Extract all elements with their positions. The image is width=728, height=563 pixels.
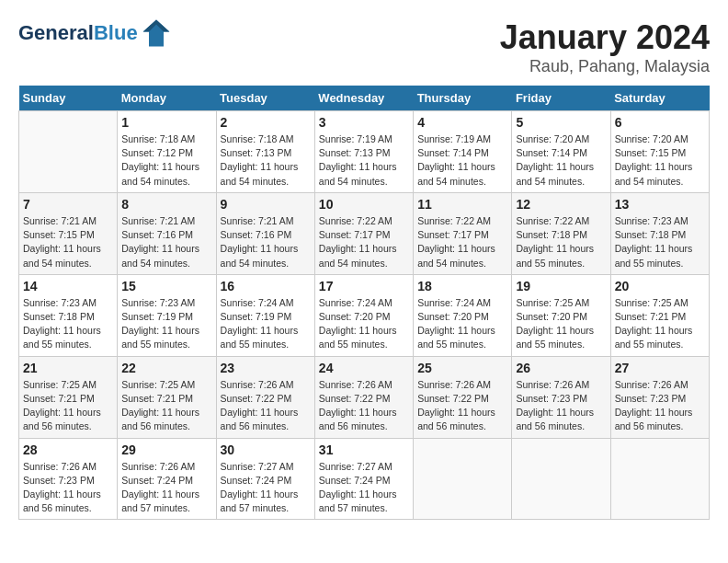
day-info: Sunrise: 7:27 AMSunset: 7:24 PMDaylight:… [221, 460, 311, 516]
day-cell: 14Sunrise: 7:23 AMSunset: 7:18 PMDayligh… [19, 274, 118, 356]
day-cell: 9Sunrise: 7:21 AMSunset: 7:16 PMDaylight… [216, 192, 314, 274]
day-cell: 13Sunrise: 7:23 AMSunset: 7:18 PMDayligh… [610, 192, 709, 274]
day-info: Sunrise: 7:25 AMSunset: 7:21 PMDaylight:… [23, 378, 113, 434]
day-number: 29 [121, 442, 211, 457]
logo-text: GeneralBlue [18, 22, 138, 44]
day-cell: 11Sunrise: 7:22 AMSunset: 7:17 PMDayligh… [414, 192, 512, 274]
day-number: 18 [417, 279, 507, 293]
day-info: Sunrise: 7:24 AMSunset: 7:20 PMDaylight:… [417, 296, 507, 352]
day-number: 21 [23, 361, 113, 375]
day-info: Sunrise: 7:26 AMSunset: 7:23 PMDaylight:… [615, 378, 705, 434]
header-sunday: Sunday [19, 86, 118, 111]
day-info: Sunrise: 7:27 AMSunset: 7:24 PMDaylight:… [319, 460, 409, 516]
day-cell: 24Sunrise: 7:26 AMSunset: 7:22 PMDayligh… [314, 356, 413, 438]
day-info: Sunrise: 7:21 AMSunset: 7:15 PMDaylight:… [23, 214, 113, 270]
day-number: 4 [417, 115, 507, 130]
day-cell: 16Sunrise: 7:24 AMSunset: 7:19 PMDayligh… [216, 274, 314, 356]
day-info: Sunrise: 7:23 AMSunset: 7:18 PMDaylight:… [615, 214, 705, 270]
day-info: Sunrise: 7:20 AMSunset: 7:14 PMDaylight:… [516, 132, 606, 189]
day-cell: 30Sunrise: 7:27 AMSunset: 7:24 PMDayligh… [216, 438, 314, 520]
header-row: SundayMondayTuesdayWednesdayThursdayFrid… [19, 86, 710, 111]
header-friday: Friday [512, 86, 610, 111]
day-info: Sunrise: 7:26 AMSunset: 7:22 PMDaylight:… [319, 378, 409, 434]
day-cell: 8Sunrise: 7:21 AMSunset: 7:16 PMDaylight… [118, 192, 216, 274]
day-info: Sunrise: 7:18 AMSunset: 7:13 PMDaylight:… [221, 132, 311, 189]
header-saturday: Saturday [610, 86, 709, 111]
day-number: 9 [221, 197, 311, 212]
week-row-4: 21Sunrise: 7:25 AMSunset: 7:21 PMDayligh… [19, 356, 710, 438]
day-cell: 27Sunrise: 7:26 AMSunset: 7:23 PMDayligh… [610, 356, 709, 438]
day-cell: 28Sunrise: 7:26 AMSunset: 7:23 PMDayligh… [19, 438, 118, 520]
day-cell [414, 438, 512, 520]
day-info: Sunrise: 7:21 AMSunset: 7:16 PMDaylight:… [221, 214, 311, 270]
day-cell: 20Sunrise: 7:25 AMSunset: 7:21 PMDayligh… [610, 274, 709, 356]
day-number: 7 [23, 197, 113, 212]
day-number: 13 [615, 197, 705, 212]
day-number: 15 [121, 279, 211, 293]
page-header: GeneralBlue January 2024 Raub, Pahang, M… [18, 18, 710, 76]
day-info: Sunrise: 7:26 AMSunset: 7:22 PMDaylight:… [221, 378, 311, 434]
day-info: Sunrise: 7:26 AMSunset: 7:22 PMDaylight:… [417, 378, 507, 434]
day-info: Sunrise: 7:20 AMSunset: 7:15 PMDaylight:… [615, 132, 705, 189]
day-number: 25 [417, 361, 507, 375]
day-number: 14 [23, 279, 113, 293]
day-cell: 2Sunrise: 7:18 AMSunset: 7:13 PMDaylight… [216, 111, 314, 193]
header-tuesday: Tuesday [216, 86, 314, 111]
day-number: 19 [516, 279, 606, 293]
day-info: Sunrise: 7:26 AMSunset: 7:23 PMDaylight:… [23, 460, 113, 516]
day-number: 8 [121, 197, 211, 212]
page-title: January 2024 [500, 18, 710, 57]
day-info: Sunrise: 7:25 AMSunset: 7:21 PMDaylight:… [615, 296, 705, 352]
day-cell: 15Sunrise: 7:23 AMSunset: 7:19 PMDayligh… [118, 274, 216, 356]
day-number: 24 [319, 361, 409, 375]
day-number: 1 [121, 115, 211, 130]
logo: GeneralBlue [18, 18, 171, 48]
header-monday: Monday [118, 86, 216, 111]
day-info: Sunrise: 7:22 AMSunset: 7:18 PMDaylight:… [516, 214, 606, 270]
day-number: 20 [615, 279, 705, 293]
day-cell: 21Sunrise: 7:25 AMSunset: 7:21 PMDayligh… [19, 356, 118, 438]
day-number: 31 [319, 442, 409, 457]
header-wednesday: Wednesday [314, 86, 413, 111]
logo-icon [142, 18, 171, 48]
day-number: 17 [319, 279, 409, 293]
day-number: 2 [221, 115, 311, 130]
day-cell [19, 111, 118, 193]
day-cell: 29Sunrise: 7:26 AMSunset: 7:24 PMDayligh… [118, 438, 216, 520]
header-thursday: Thursday [414, 86, 512, 111]
day-info: Sunrise: 7:25 AMSunset: 7:20 PMDaylight:… [516, 296, 606, 352]
day-info: Sunrise: 7:26 AMSunset: 7:24 PMDaylight:… [121, 460, 211, 516]
title-block: January 2024 Raub, Pahang, Malaysia [500, 18, 710, 76]
day-number: 23 [221, 361, 311, 375]
day-cell [512, 438, 610, 520]
day-number: 28 [23, 442, 113, 457]
day-cell: 1Sunrise: 7:18 AMSunset: 7:12 PMDaylight… [118, 111, 216, 193]
day-number: 22 [121, 361, 211, 375]
day-cell: 10Sunrise: 7:22 AMSunset: 7:17 PMDayligh… [314, 192, 413, 274]
day-info: Sunrise: 7:24 AMSunset: 7:19 PMDaylight:… [221, 296, 311, 352]
day-cell: 18Sunrise: 7:24 AMSunset: 7:20 PMDayligh… [414, 274, 512, 356]
day-cell: 3Sunrise: 7:19 AMSunset: 7:13 PMDaylight… [314, 111, 413, 193]
day-info: Sunrise: 7:22 AMSunset: 7:17 PMDaylight:… [319, 214, 409, 270]
day-number: 30 [221, 442, 311, 457]
day-cell: 4Sunrise: 7:19 AMSunset: 7:14 PMDaylight… [414, 111, 512, 193]
page-subtitle: Raub, Pahang, Malaysia [500, 57, 710, 76]
day-cell: 25Sunrise: 7:26 AMSunset: 7:22 PMDayligh… [414, 356, 512, 438]
day-cell: 7Sunrise: 7:21 AMSunset: 7:15 PMDaylight… [19, 192, 118, 274]
day-number: 27 [615, 361, 705, 375]
day-info: Sunrise: 7:22 AMSunset: 7:17 PMDaylight:… [417, 214, 507, 270]
day-cell: 6Sunrise: 7:20 AMSunset: 7:15 PMDaylight… [610, 111, 709, 193]
day-cell: 22Sunrise: 7:25 AMSunset: 7:21 PMDayligh… [118, 356, 216, 438]
day-number: 16 [221, 279, 311, 293]
day-info: Sunrise: 7:19 AMSunset: 7:13 PMDaylight:… [319, 132, 409, 189]
day-info: Sunrise: 7:21 AMSunset: 7:16 PMDaylight:… [121, 214, 211, 270]
day-info: Sunrise: 7:23 AMSunset: 7:18 PMDaylight:… [23, 296, 113, 352]
day-cell: 12Sunrise: 7:22 AMSunset: 7:18 PMDayligh… [512, 192, 610, 274]
day-info: Sunrise: 7:18 AMSunset: 7:12 PMDaylight:… [121, 132, 211, 189]
day-number: 10 [319, 197, 409, 212]
day-number: 11 [417, 197, 507, 212]
day-cell: 17Sunrise: 7:24 AMSunset: 7:20 PMDayligh… [314, 274, 413, 356]
calendar-table: SundayMondayTuesdayWednesdayThursdayFrid… [18, 86, 710, 520]
day-cell: 23Sunrise: 7:26 AMSunset: 7:22 PMDayligh… [216, 356, 314, 438]
day-info: Sunrise: 7:19 AMSunset: 7:14 PMDaylight:… [417, 132, 507, 189]
